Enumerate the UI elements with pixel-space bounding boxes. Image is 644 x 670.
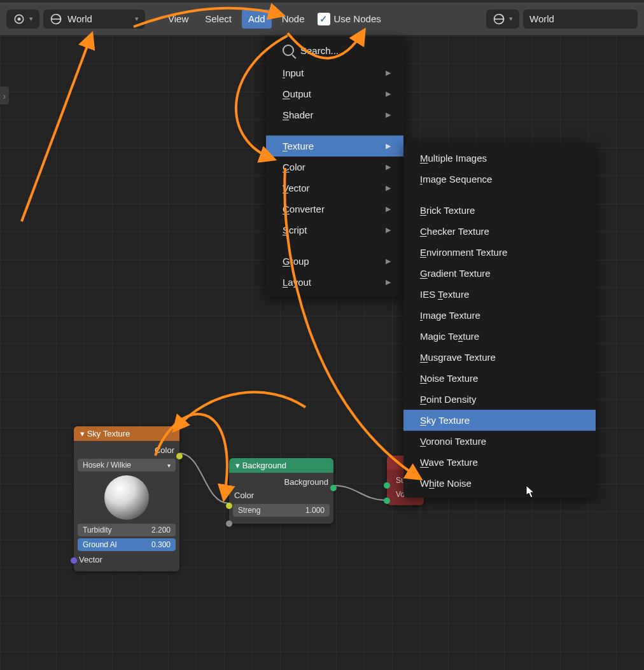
socket-label: Color (155, 445, 174, 455)
texture-menu-item-ies-texture[interactable]: IES Texture (403, 284, 596, 305)
socket-color-in[interactable] (226, 503, 232, 509)
checkbox-icon: ✓ (318, 13, 330, 25)
use-nodes-toggle[interactable]: ✓ Use Nodes (318, 13, 381, 25)
add-menu-item-group[interactable]: Group▶ (266, 251, 403, 272)
add-menu-item-texture[interactable]: Texture▶ (266, 136, 403, 157)
node-sky-texture[interactable]: ▾ Sky Texture Color Hosek / Wilkie▾ Turb… (74, 426, 179, 571)
texture-menu-item-multiple-images[interactable]: Multiple Images (403, 148, 596, 169)
shader-editor-header: ▾ World ▾ View Select Add Node ✓ Use Nod… (0, 0, 644, 36)
turbidity-field[interactable]: Turbidity2.200 (78, 524, 176, 536)
add-menu-item-color[interactable]: Color▶ (266, 157, 403, 178)
shading-type-label: World (67, 13, 92, 24)
texture-menu-item-musgrave-texture[interactable]: Musgrave Texture (403, 347, 596, 368)
texture-menu-item-gradient-texture[interactable]: Gradient Texture (403, 263, 596, 284)
menu-view[interactable]: View (162, 10, 195, 29)
menu-search[interactable]: Search... (266, 41, 403, 62)
texture-menu-item-noise-texture[interactable]: Noise Texture (403, 368, 596, 389)
texture-menu-item-voronoi-texture[interactable]: Voronoi Texture (403, 431, 596, 452)
socket-background-out[interactable] (330, 485, 337, 491)
world-datablock-field[interactable]: World (523, 10, 638, 29)
sidebar-expand-icon[interactable]: › (0, 87, 9, 104)
add-menu-item-input[interactable]: Input▶ (266, 62, 403, 83)
socket-volume-in[interactable] (384, 498, 390, 504)
socket-surface-in[interactable] (384, 482, 390, 489)
socket-label: Color (234, 491, 254, 500)
ground-albedo-field[interactable]: Ground Al0.300 (78, 538, 176, 551)
add-menu-item-shader[interactable]: Shader▶ (266, 104, 403, 125)
node-header[interactable]: ▾ Sky Texture (74, 426, 179, 441)
svg-point-1 (18, 17, 21, 20)
node-header[interactable]: ▾ Background (229, 458, 333, 473)
texture-menu-item-checker-texture[interactable]: Checker Texture (403, 221, 596, 242)
use-nodes-label: Use Nodes (334, 13, 381, 24)
search-icon (283, 45, 294, 56)
menu-select[interactable]: Select (199, 10, 238, 29)
texture-menu-item-point-density[interactable]: Point Density (403, 389, 596, 410)
mouse-cursor-icon (526, 485, 536, 499)
socket-strength-in[interactable] (226, 520, 232, 527)
node-background[interactable]: ▾ Background Background Color Streng1.00… (229, 458, 333, 524)
menu-add[interactable]: Add (242, 10, 272, 29)
socket-color-out[interactable] (176, 453, 183, 459)
add-menu-item-output[interactable]: Output▶ (266, 83, 403, 104)
texture-menu-item-sky-texture[interactable]: Sky Texture (403, 410, 596, 431)
texture-menu-item-image-sequence[interactable]: Image Sequence (403, 169, 596, 190)
texture-menu-item-wave-texture[interactable]: Wave Texture (403, 452, 596, 473)
add-menu-item-vector[interactable]: Vector▶ (266, 178, 403, 199)
texture-submenu: Multiple ImagesImage Sequence Brick Text… (403, 144, 596, 498)
socket-label: Vector (79, 555, 102, 564)
sun-direction-widget[interactable] (104, 475, 149, 520)
add-menu-item-converter[interactable]: Converter▶ (266, 199, 403, 220)
texture-menu-item-environment-texture[interactable]: Environment Texture (403, 242, 596, 263)
shading-type-selector[interactable]: World ▾ (43, 10, 145, 29)
add-menu: Search... Input▶Output▶Shader▶Texture▶Co… (266, 37, 403, 297)
texture-menu-item-white-noise[interactable]: White Noise (403, 473, 596, 494)
texture-menu-item-image-texture[interactable]: Image Texture (403, 305, 596, 326)
texture-menu-item-brick-texture[interactable]: Brick Texture (403, 200, 596, 221)
world-datablock-label: World (529, 13, 554, 24)
sky-model-dropdown[interactable]: Hosek / Wilkie▾ (78, 459, 176, 471)
world-datablock-icon[interactable]: ▾ (486, 10, 519, 29)
add-menu-item-script[interactable]: Script▶ (266, 220, 403, 241)
texture-menu-item-magic-texture[interactable]: Magic Texture (403, 326, 596, 347)
strength-field[interactable]: Streng1.000 (233, 504, 330, 517)
editor-type-selector[interactable]: ▾ (6, 10, 39, 29)
socket-vector-in[interactable] (71, 557, 77, 564)
socket-label: Background (284, 477, 328, 487)
add-menu-item-layout[interactable]: Layout▶ (266, 272, 403, 293)
menu-node[interactable]: Node (276, 10, 311, 29)
